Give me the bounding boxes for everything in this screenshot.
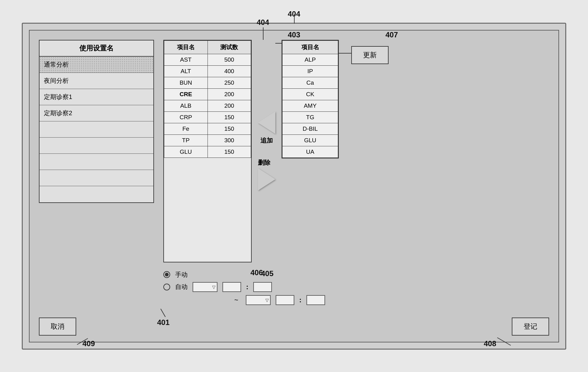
mid-row-7-count: 300 (208, 134, 251, 146)
list-item-8[interactable] (40, 186, 153, 202)
table-row[interactable]: Fe 150 (164, 123, 251, 134)
tilde-symbol: ~ (234, 296, 238, 304)
mid-row-4-name: ALB (164, 100, 208, 111)
right-table-wrapper: 项目名 ALP IP Ca CK AMY TG (282, 40, 339, 262)
list-item-2[interactable]: 定期诊察1 (40, 89, 153, 105)
line-408 (497, 337, 511, 346)
time-box-hour-1[interactable] (222, 282, 241, 292)
right-row-4: AMY (282, 100, 338, 111)
mid-row-3-count: 200 (208, 88, 251, 100)
right-row-7: GLU (282, 134, 338, 146)
table-row[interactable]: CRP 150 (164, 111, 251, 123)
table-row[interactable]: AST 500 (164, 54, 251, 65)
table-row[interactable]: Ca (282, 77, 338, 88)
right-row-0: ALP (282, 54, 338, 65)
time-box-hour-2[interactable] (276, 295, 294, 305)
table-row[interactable]: BUN 250 (164, 77, 251, 88)
register-wrapper: 408 登记 (512, 318, 549, 336)
delete-button-label: 删除 (258, 158, 270, 167)
left-panel-wrapper: 使用设置名 通常分析 夜间分析 定期诊察1 定期诊察2 (39, 40, 154, 308)
table-row[interactable]: ALP (282, 54, 338, 65)
mid-row-8-count: 150 (208, 146, 251, 158)
outer-frame: 404 使用设置名 通常分析 夜间分析 定期诊察1 (22, 23, 566, 350)
left-panel-header: 使用设置名 (40, 40, 153, 57)
table-row[interactable]: GLU (282, 134, 338, 146)
auto-radio-row: 自动 ▽ : (163, 282, 549, 292)
time-dropdown-2[interactable]: ▽ (246, 295, 271, 305)
list-item-6[interactable] (40, 154, 153, 170)
right-row-3: CK (282, 88, 338, 100)
right-table-container: 项目名 ALP IP Ca CK AMY TG (282, 40, 339, 158)
mid-row-6-name: Fe (164, 123, 208, 134)
center-top: 项目名 测试数 AST 500 ALT (163, 40, 549, 262)
auto-radio[interactable] (163, 284, 170, 290)
manual-radio[interactable] (163, 271, 170, 278)
dropdown-arrow-1: ▽ (212, 285, 216, 290)
time-dropdown-1[interactable]: ▽ (193, 282, 217, 292)
auto-time-row-2: ~ ▽ : (163, 295, 549, 305)
mid-row-6-count: 150 (208, 123, 251, 134)
list-item-4[interactable] (40, 121, 153, 138)
list-item-5[interactable] (40, 138, 153, 154)
mid-table: 项目名 测试数 AST 500 ALT (164, 40, 251, 158)
mid-table-header-name: 项目名 (164, 40, 208, 54)
annotation-403: 403 (288, 31, 300, 39)
list-item-3[interactable]: 定期诊察2 (40, 105, 153, 121)
table-row[interactable]: UA (282, 146, 338, 158)
list-item-7[interactable] (40, 170, 153, 186)
table-row[interactable]: TP 300 (164, 134, 251, 146)
table-row[interactable]: TG (282, 111, 338, 123)
mid-row-8-name: GLU (164, 146, 208, 158)
line-404 (294, 14, 295, 24)
right-row-5: TG (282, 111, 338, 123)
manual-label: 手动 (175, 271, 188, 279)
mid-row-1-count: 400 (208, 65, 251, 77)
dropdown-arrow-2: ▽ (265, 298, 269, 303)
mid-row-5-count: 150 (208, 111, 251, 123)
auto-label: 自动 (175, 283, 188, 291)
table-row[interactable]: ALB 200 (164, 100, 251, 111)
bottom-bar: 取消 409 408 登记 (39, 314, 549, 336)
center-right-area: 404 项目名 测试数 (163, 40, 549, 308)
mid-row-2-name: BUN (164, 77, 208, 88)
time-box-min-1[interactable] (253, 282, 272, 292)
main-content: 使用设置名 通常分析 夜间分析 定期诊察1 定期诊察2 (39, 40, 549, 308)
right-row-2: Ca (282, 77, 338, 88)
right-row-6: D-BIL (282, 123, 338, 134)
right-table: 项目名 ALP IP Ca CK AMY TG (282, 40, 338, 158)
annotation-408: 408 (484, 339, 496, 348)
table-row[interactable]: CK (282, 88, 338, 100)
inner-frame: 使用设置名 通常分析 夜间分析 定期诊察1 定期诊察2 (29, 30, 559, 342)
list-item-1[interactable]: 夜间分析 (40, 73, 153, 89)
register-button[interactable]: 登记 (512, 318, 549, 336)
list-item-0[interactable]: 通常分析 (40, 57, 153, 73)
mid-row-7-name: TP (164, 134, 208, 146)
manual-radio-row: 手动 (163, 271, 549, 279)
table-row[interactable]: CRE 200 (164, 88, 251, 100)
table-row[interactable]: IP (282, 65, 338, 77)
line-404b (263, 27, 264, 40)
mid-table-container: 项目名 测试数 AST 500 ALT (163, 40, 252, 262)
mid-row-1-name: ALT (164, 65, 208, 77)
left-arrow-icon (258, 111, 275, 134)
right-arrow-icon (258, 168, 275, 191)
cancel-button[interactable]: 取消 (39, 318, 76, 336)
mid-row-4-count: 200 (208, 100, 251, 111)
right-table-header: 项目名 (282, 40, 338, 54)
table-row[interactable]: ALT 400 (164, 65, 251, 77)
delete-arrow-button[interactable]: 删除 (258, 157, 275, 191)
time-box-min-2[interactable] (306, 295, 325, 305)
annotation-407: 407 (385, 31, 398, 39)
add-button-label: 追加 (260, 136, 273, 145)
colon-1: : (246, 283, 248, 291)
table-row[interactable]: AMY (282, 100, 338, 111)
cancel-wrapper: 取消 409 (39, 318, 76, 336)
right-row-8: UA (282, 146, 338, 158)
table-row[interactable]: D-BIL (282, 123, 338, 134)
annotation-404-label: 404 (257, 18, 269, 27)
update-button[interactable]: 更新 (351, 46, 389, 64)
annotation-401: 401 (157, 318, 170, 327)
mid-row-5-name: CRP (164, 111, 208, 123)
add-arrow-button[interactable]: 追加 (258, 111, 275, 145)
table-row[interactable]: GLU 150 (164, 146, 251, 158)
